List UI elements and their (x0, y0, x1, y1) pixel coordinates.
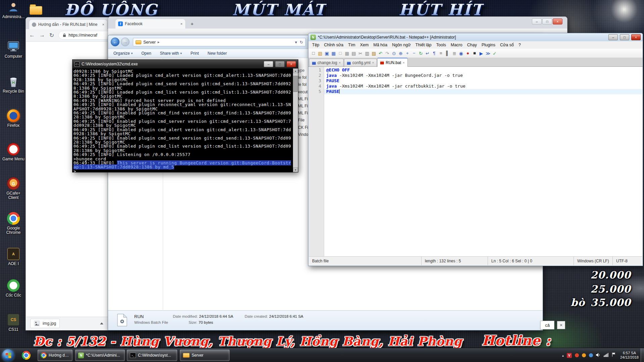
word-wrap-icon[interactable]: ↵ (424, 50, 431, 57)
copy-icon[interactable]: ▥ (364, 50, 370, 57)
macro-stop-icon[interactable]: ■ (471, 50, 478, 57)
chevron-right-icon[interactable]: ▸ (158, 40, 160, 44)
menu-thiet-lap[interactable]: Thiết lập (413, 43, 434, 47)
new-folder-button[interactable]: New folder (208, 51, 227, 56)
chrome1-tab[interactable]: Hướng dẫn - File RUN.bat | Mine × (29, 20, 107, 29)
start-button[interactable] (2, 349, 14, 361)
menu-help[interactable]: ? (516, 43, 523, 47)
zoom-in-icon[interactable]: + (404, 50, 411, 57)
find-close-icon[interactable]: × (557, 321, 565, 329)
menu-ngon-ngu[interactable]: Ngôn ngữ (390, 43, 413, 47)
spell-check-icon[interactable]: ✓ (491, 50, 498, 57)
redo-icon[interactable]: ↷ (384, 50, 391, 57)
tray-app-icon[interactable] (575, 353, 579, 357)
menu-ma-hoa[interactable]: Mã hóa (371, 43, 390, 47)
tab-close-icon[interactable]: × (403, 61, 404, 64)
forward-icon[interactable]: → (39, 32, 45, 39)
desktop-icon-computer[interactable]: Computer (1, 40, 26, 59)
menu-tep[interactable]: Tệp (310, 43, 322, 47)
tab-run-bat[interactable]: RUN.bat × (377, 58, 407, 67)
new-tab-button[interactable]: + (191, 21, 194, 27)
undo-icon[interactable]: ↶ (377, 50, 384, 57)
desktop-icon-firefox[interactable]: Firefox (1, 109, 26, 128)
hidden-icons-chevron-icon[interactable]: ▴ (562, 354, 564, 357)
tab-change-log[interactable]: change.log × (309, 59, 344, 66)
show-symbols-icon[interactable]: ¶ (431, 50, 438, 57)
menu-chay[interactable]: Chạy (465, 43, 479, 47)
download-item[interactable]: img.jpg (30, 319, 60, 328)
maximize-button[interactable]: □ (620, 34, 629, 40)
taskbar-button-chrome-guide[interactable]: Hướng dẫn - File ... (38, 350, 72, 361)
unikey-tray-icon[interactable]: V (567, 353, 572, 358)
close-icon[interactable]: □ (337, 50, 344, 57)
back-icon[interactable]: ← (29, 32, 35, 39)
scroll-up-icon[interactable]: ▲ (293, 68, 298, 73)
paste-icon[interactable]: ▧ (370, 50, 377, 57)
save-all-icon[interactable]: ▦ (330, 50, 337, 57)
tab-config-yml[interactable]: config.yml × (344, 59, 377, 66)
desktop-icon-coc-coc[interactable]: Cốc Cốc (1, 278, 26, 298)
cut-icon[interactable]: ✂ (357, 50, 364, 57)
refresh-icon[interactable]: ↻ (300, 40, 303, 45)
minimize-button[interactable]: – (608, 34, 618, 40)
scrollbar-thumb[interactable] (293, 76, 298, 92)
macro-multi-run-icon[interactable]: ≫ (485, 50, 491, 57)
save-icon[interactable]: ▣ (324, 50, 330, 57)
replace-icon[interactable]: ⊕ (397, 50, 404, 57)
explorer-back-button[interactable]: ← (111, 38, 119, 46)
indent-guide-icon[interactable]: ≡ (438, 50, 444, 57)
refresh-icon[interactable]: ↻ (417, 50, 424, 57)
close-all-icon[interactable]: ▩ (344, 50, 350, 57)
volume-icon[interactable] (596, 352, 601, 358)
scroll-down-icon[interactable]: ▼ (293, 167, 298, 172)
taskbar-button-cmd[interactable]: C:\Windows\syst... (127, 350, 177, 361)
npp-title-bar[interactable]: *C:\Users\Administrator\Desktop\Server\R… (308, 33, 643, 41)
explorer-forward-button[interactable]: → (121, 38, 130, 46)
new-file-icon[interactable]: □ (310, 50, 317, 57)
maximize-button[interactable]: □ (275, 61, 285, 67)
document-map-icon[interactable]: ▌ (444, 50, 451, 57)
minimize-button[interactable]: – (264, 61, 273, 67)
show-desktop-button[interactable] (641, 348, 644, 362)
print-icon[interactable]: ▤ (350, 50, 357, 57)
tab-close-icon[interactable]: × (181, 22, 183, 26)
tray-app-icon[interactable] (589, 353, 593, 357)
menu-tim[interactable]: Tìm (346, 43, 358, 47)
reload-icon[interactable]: ↻ (49, 32, 54, 39)
menu-chinh-sua[interactable]: Chỉnh sửa (322, 43, 346, 47)
share-with-button[interactable]: Share with▾ (160, 51, 182, 56)
taskbar-clock[interactable]: 6:57 SA 24/12/2018 (620, 351, 639, 360)
cmd-scrollbar[interactable]: ▲ ▼ (293, 68, 298, 172)
desktop-icon-aoe[interactable]: AOE I (1, 247, 26, 266)
taskbar-button-server-folder[interactable]: Server (180, 350, 230, 361)
desktop-icon-recycle-bin[interactable]: Recycle Bin (1, 74, 26, 94)
chrome2-tab[interactable]: Facebook × (115, 19, 185, 29)
menu-cua-so[interactable]: Cửa sổ (498, 43, 516, 47)
npp-editor[interactable]: 1 2 3 4 5 @ECHO OFF java -Xms1024M -Xmx1… (309, 67, 642, 256)
address-dropdown-icon[interactable]: ▾ (295, 40, 297, 45)
minimize-button[interactable]: – (532, 18, 542, 24)
action-center-flag-icon[interactable] (612, 352, 616, 358)
print-button[interactable]: Print (191, 51, 199, 56)
breadcrumb[interactable]: Server (143, 40, 156, 45)
taskbar-chrome-pinned[interactable] (19, 351, 33, 360)
tab-close-icon[interactable]: × (372, 61, 374, 64)
close-button[interactable]: × (631, 34, 641, 40)
function-list-icon[interactable]: ≣ (451, 50, 458, 57)
tab-close-icon[interactable]: × (102, 22, 104, 27)
monitor-icon[interactable]: ◉ (458, 50, 464, 57)
close-button[interactable]: × (553, 18, 562, 24)
desktop-icon-game-menu[interactable]: Game Menu (1, 142, 26, 161)
macro-record-icon[interactable]: ● (464, 50, 471, 57)
cmd-console[interactable]: d0928:1386 by SpigotMC06:49:25 [INFO] Lo… (72, 68, 298, 172)
menu-plugins[interactable]: Plugins (479, 43, 498, 47)
desktop-icon-administrator[interactable]: Administra... (1, 0, 26, 19)
menu-macro[interactable]: Macro (448, 43, 465, 47)
macro-play-icon[interactable]: ▶ (478, 50, 485, 57)
code-area[interactable]: @ECHO OFF java -Xms1024M -Xmx1024M -jar … (324, 67, 642, 256)
explorer-address-bar[interactable]: Server ▸ ▾ ↻ (133, 38, 306, 46)
taskbar-button-notepad[interactable]: *C:\Users\Admini... (75, 350, 125, 361)
tray-app-icon[interactable] (582, 353, 586, 357)
close-button[interactable]: × (287, 61, 296, 67)
download-chevron-icon[interactable] (100, 322, 103, 324)
